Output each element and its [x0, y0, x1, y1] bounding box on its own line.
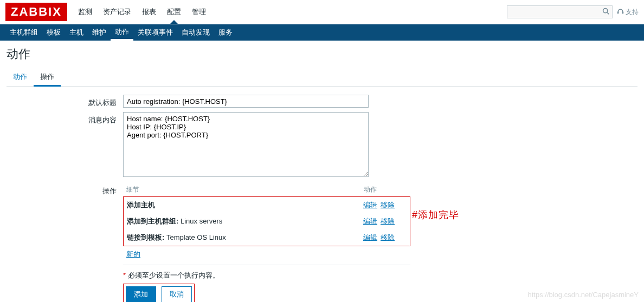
label-message: 消息内容 — [7, 112, 123, 179]
operation-label: 链接到模板: Template OS Linux — [127, 233, 363, 242]
op-remove-link[interactable]: 移除 — [381, 200, 395, 210]
required-note: * 必须至少设置一个执行内容。 — [123, 267, 637, 284]
tab-operations[interactable]: 操作 — [34, 69, 61, 87]
new-operation-link[interactable]: 新的 — [126, 250, 140, 258]
op-remove-link[interactable]: 移除 — [381, 216, 395, 226]
subnav-templates[interactable]: 模板 — [42, 24, 65, 41]
page-title: 动作 — [7, 46, 637, 62]
topbar-right: 支持 — [507, 5, 639, 18]
divider — [123, 265, 410, 265]
svg-rect-2 — [617, 11, 619, 14]
operation-row: 添加主机 编辑 移除 — [124, 197, 410, 213]
textarea-message[interactable] — [123, 112, 369, 177]
subnav-hostgroups[interactable]: 主机群组 — [5, 24, 42, 41]
cancel-button[interactable]: 取消 — [162, 286, 192, 302]
button-row-highlight: 添加 取消 — [123, 284, 195, 302]
add-button[interactable]: 添加 — [126, 286, 156, 302]
topbar: ZABBIX 监测 资产记录 报表 配置 管理 支持 — [0, 0, 644, 24]
input-default-subject[interactable] — [123, 95, 369, 108]
support-link[interactable]: 支持 — [617, 8, 639, 17]
subnav-discovery[interactable]: 自动发现 — [177, 24, 214, 41]
row-operations: 操作 细节 动作 添加主机 编辑 移除 添加到主机群组: L — [7, 183, 637, 302]
topnav-reports[interactable]: 报表 — [137, 1, 162, 23]
op-remove-link[interactable]: 移除 — [381, 233, 395, 242]
operation-label: 添加主机 — [127, 200, 363, 210]
watermark: https://blog.csdn.net/CapejasmineY — [527, 291, 639, 299]
search-input[interactable] — [507, 5, 613, 18]
topnav-inventory[interactable]: 资产记录 — [98, 1, 137, 23]
col-header-detail: 细节 — [126, 185, 364, 194]
search-box — [507, 5, 613, 18]
operation-label: 添加到主机群组: Linux servers — [127, 216, 363, 226]
operations-header: 细节 动作 — [123, 183, 410, 196]
subnav: 主机群组 模板 主机 维护 动作 关联项事件 自动发现 服务 — [0, 24, 644, 41]
row-default-subject: 默认标题 — [7, 95, 637, 108]
subnav-maintenance[interactable]: 维护 — [88, 24, 111, 41]
subnav-actions[interactable]: 动作 — [111, 24, 133, 41]
topnav-monitoring[interactable]: 监测 — [73, 1, 98, 23]
op-edit-link[interactable]: 编辑 — [363, 216, 377, 226]
subnav-correlation[interactable]: 关联项事件 — [133, 24, 177, 41]
annotation-text: #添加完毕 — [412, 208, 459, 221]
subnav-hosts[interactable]: 主机 — [65, 24, 88, 41]
svg-point-0 — [603, 9, 608, 13]
label-default-subject: 默认标题 — [7, 95, 123, 108]
op-edit-link[interactable]: 编辑 — [363, 200, 377, 210]
col-header-action: 动作 — [364, 185, 407, 194]
operation-row: 添加到主机群组: Linux servers 编辑 移除 — [124, 213, 410, 229]
subnav-services[interactable]: 服务 — [214, 24, 237, 41]
tab-action[interactable]: 动作 — [7, 69, 34, 86]
op-edit-link[interactable]: 编辑 — [363, 233, 377, 242]
svg-line-1 — [607, 12, 609, 14]
label-operations: 操作 — [7, 183, 123, 302]
headset-icon — [617, 8, 624, 16]
operations-highlight-box: 添加主机 编辑 移除 添加到主机群组: Linux servers 编辑 移除 — [123, 196, 410, 246]
topnav-configuration[interactable]: 配置 — [162, 1, 186, 23]
brand-logo[interactable]: ZABBIX — [5, 3, 67, 21]
support-label: 支持 — [626, 8, 639, 17]
row-message: 消息内容 — [7, 112, 637, 179]
search-icon[interactable] — [602, 8, 609, 16]
topnav-administration[interactable]: 管理 — [186, 1, 211, 23]
tabs: 动作 操作 — [7, 69, 637, 87]
svg-rect-3 — [622, 11, 623, 14]
page-content: 动作 动作 操作 默认标题 消息内容 操作 细节 动作 添加主机 — [0, 41, 644, 302]
topnav: 监测 资产记录 报表 配置 管理 — [73, 1, 211, 23]
operations-table: 细节 动作 添加主机 编辑 移除 添加到主机群组: Linux servers — [123, 183, 410, 262]
operation-row: 链接到模板: Template OS Linux 编辑 移除 — [124, 229, 410, 246]
